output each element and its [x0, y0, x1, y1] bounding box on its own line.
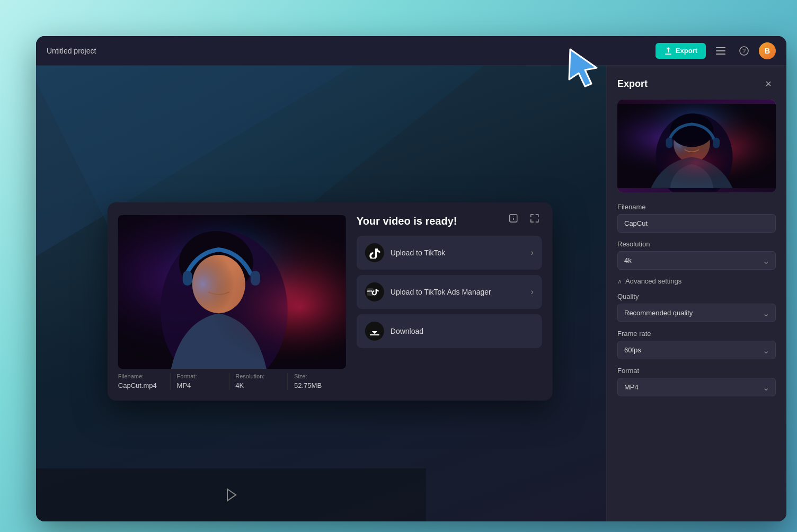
- video-modal: 00:00 | 00:05 4k: [108, 202, 553, 401]
- avatar-text: B: [765, 47, 770, 55]
- bottom-play-icon: [223, 487, 239, 503]
- format-label: Format:: [177, 373, 223, 379]
- modal-right: Your video is ready! Upload to TikTok ›: [357, 215, 542, 390]
- file-info-resolution: Resolution: 4K: [229, 373, 288, 390]
- top-bar: Untitled project Export ?: [36, 36, 786, 66]
- svg-rect-1: [716, 47, 725, 48]
- close-icon: ×: [765, 78, 772, 90]
- quality-select-wrapper: Recommended quality High quality Normal …: [617, 304, 776, 322]
- tiktok-ads-icon-wrapper: Ads: [365, 282, 384, 302]
- format-field-label: Format: [617, 367, 776, 375]
- resolution-select-wrapper: 4k 2k 1080p 720p: [617, 251, 776, 270]
- export-panel-header: Export ×: [617, 76, 776, 91]
- svg-rect-2: [716, 50, 725, 51]
- resolution-field-label: Resolution: [617, 240, 776, 248]
- advanced-settings-label: Advanced settings: [625, 277, 681, 285]
- export-button[interactable]: Export: [656, 43, 706, 59]
- fullscreen-icon: [530, 214, 539, 223]
- help-icon: ?: [739, 46, 749, 56]
- menu-button[interactable]: [712, 42, 729, 59]
- format-select-wrapper: MP4 MOV AVI: [617, 378, 776, 396]
- download-label: Download: [391, 327, 534, 335]
- upload-tiktok-button[interactable]: Upload to TikTok ›: [357, 236, 542, 270]
- project-title: Untitled project: [47, 47, 96, 55]
- quality-select[interactable]: Recommended quality High quality Normal …: [617, 304, 776, 322]
- size-value: 52.75MB: [294, 382, 322, 389]
- video-player-section: 00:00 | 00:05 4k: [118, 215, 346, 390]
- filename-value: CapCut.mp4: [118, 382, 157, 389]
- format-value: MP4: [177, 382, 191, 389]
- size-label: Size:: [294, 373, 340, 379]
- editor-area: 00:00 | 00:05 4k: [36, 66, 606, 521]
- advanced-settings-toggle[interactable]: ∧ Advanced settings: [617, 277, 681, 285]
- modal-info-button[interactable]: [506, 211, 521, 226]
- video-thumbnail: 00:00 | 00:05 4k: [118, 215, 346, 369]
- svg-marker-26: [227, 489, 236, 501]
- app-window: Untitled project Export ?: [36, 36, 786, 521]
- svg-text:Ads: Ads: [367, 289, 373, 292]
- quality-field-label: Quality: [617, 292, 776, 300]
- upload-icon: [664, 47, 672, 55]
- upload-tiktok-label: Upload to TikTok: [391, 249, 525, 257]
- file-info-format: Format: MP4: [171, 373, 229, 390]
- export-thumbnail: [617, 100, 776, 192]
- format-select[interactable]: MP4 MOV AVI: [617, 378, 776, 396]
- svg-rect-22: [118, 215, 346, 369]
- tiktok-icon-wrapper: [365, 243, 384, 262]
- file-info: Filename: CapCut.mp4 Format: MP4 Resolut…: [118, 373, 346, 390]
- svg-point-10: [513, 216, 513, 217]
- tiktok-ads-arrow-icon: ›: [530, 287, 533, 297]
- download-icon-wrapper: [365, 322, 384, 341]
- video-thumbnail-image: [118, 215, 346, 369]
- main-content: 00:00 | 00:05 4k: [36, 66, 786, 521]
- download-button[interactable]: Download: [357, 314, 542, 348]
- filename-input[interactable]: [617, 214, 776, 233]
- export-thumb-art: [617, 100, 776, 192]
- modal-body: 00:00 | 00:05 4k: [118, 215, 542, 390]
- info-icon: [509, 214, 518, 223]
- help-button[interactable]: ?: [736, 42, 752, 59]
- resolution-select[interactable]: 4k 2k 1080p 720p: [617, 251, 776, 270]
- top-bar-right: Export ? B: [656, 42, 776, 59]
- modal-fullscreen-button[interactable]: [527, 211, 542, 226]
- resolution-value: 4K: [235, 382, 244, 389]
- bottom-area: [36, 468, 426, 521]
- avatar-button[interactable]: B: [759, 42, 776, 59]
- export-panel: Export ×: [606, 66, 786, 521]
- svg-rect-3: [716, 54, 725, 55]
- export-panel-title: Export: [617, 78, 648, 90]
- filename-label: Filename:: [118, 373, 164, 379]
- tiktok-ads-icon: Ads: [367, 287, 382, 297]
- frame-rate-field-label: Frame rate: [617, 330, 776, 338]
- export-button-label: Export: [676, 47, 697, 55]
- frame-rate-select[interactable]: 60fps 30fps 24fps: [617, 341, 776, 359]
- modal-top-icons: [506, 211, 542, 226]
- file-info-filename: Filename: CapCut.mp4: [118, 373, 171, 390]
- video-overlay-art: [118, 215, 346, 369]
- bottom-play-button[interactable]: [220, 484, 242, 506]
- svg-text:?: ?: [742, 48, 746, 54]
- frame-rate-select-wrapper: 60fps 30fps 24fps: [617, 341, 776, 359]
- chevron-up-icon: ∧: [617, 278, 622, 285]
- file-info-size: Size: 52.75MB: [288, 373, 346, 390]
- top-bar-left: Untitled project: [47, 47, 96, 55]
- tiktok-icon: [369, 247, 380, 259]
- resolution-label: Resolution:: [235, 373, 281, 379]
- svg-rect-0: [665, 54, 671, 55]
- svg-rect-38: [617, 104, 776, 188]
- close-export-button[interactable]: ×: [761, 76, 776, 91]
- menu-icon: [716, 46, 725, 56]
- upload-tiktok-ads-button[interactable]: Ads Upload to TikTok Ads Manager ›: [357, 275, 542, 309]
- filename-field-label: Filename: [617, 203, 776, 211]
- download-icon: [369, 325, 380, 337]
- tiktok-arrow-icon: ›: [530, 248, 533, 258]
- upload-tiktok-ads-label: Upload to TikTok Ads Manager: [391, 288, 525, 296]
